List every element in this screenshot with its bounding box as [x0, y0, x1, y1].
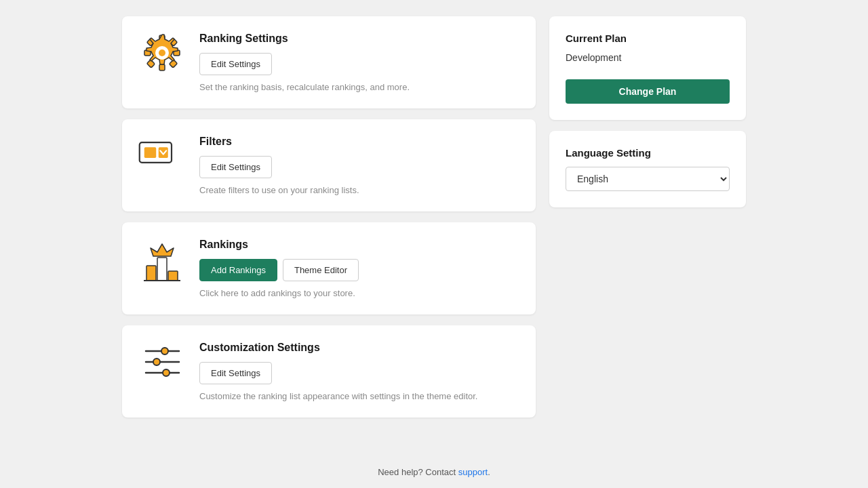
svg-rect-16 [144, 147, 157, 158]
ranking-settings-edit-button[interactable]: Edit Settings [199, 53, 272, 75]
svg-rect-21 [168, 271, 178, 281]
customization-title: Customization Settings [199, 342, 519, 354]
customization-edit-button[interactable]: Edit Settings [199, 362, 272, 384]
left-column: Ranking Settings Edit Settings Set the r… [122, 16, 536, 418]
rankings-icon [138, 239, 186, 286]
filters-icon-container [138, 136, 186, 169]
filters-content: Filters Edit Settings Create filters to … [199, 136, 519, 195]
svg-rect-17 [159, 147, 168, 158]
svg-point-28 [163, 369, 170, 376]
svg-point-26 [161, 348, 168, 354]
change-plan-button[interactable]: Change Plan [566, 79, 730, 104]
support-link[interactable]: support [458, 467, 488, 477]
svg-rect-20 [157, 258, 167, 281]
svg-rect-4 [159, 64, 165, 70]
filters-card: Filters Edit Settings Create filters to … [122, 119, 536, 211]
rankings-btn-group: Add Rankings Theme Editor [199, 259, 519, 281]
ranking-settings-card: Ranking Settings Edit Settings Set the r… [122, 16, 536, 108]
language-select[interactable]: English Spanish French German Japanese [566, 167, 730, 191]
rankings-card: Rankings Add Rankings Theme Editor Click… [122, 222, 536, 314]
customization-description: Customize the ranking list appearance wi… [199, 391, 519, 401]
rankings-icon-container [138, 239, 186, 286]
svg-point-27 [153, 359, 160, 365]
svg-marker-18 [151, 244, 174, 256]
filters-description: Create filters to use on your ranking li… [199, 185, 519, 195]
language-setting-card: Language Setting English Spanish French … [549, 131, 746, 207]
footer: Need help? Contact support. [0, 456, 868, 488]
current-plan-title: Current Plan [566, 33, 730, 44]
ranking-settings-content: Ranking Settings Edit Settings Set the r… [199, 33, 519, 92]
filter-icon [138, 136, 186, 169]
customization-settings-card: Customization Settings Edit Settings Cus… [122, 325, 536, 418]
customization-icon-container [138, 342, 186, 382]
gear-icon [142, 33, 182, 73]
rankings-content: Rankings Add Rankings Theme Editor Click… [199, 239, 519, 298]
customization-content: Customization Settings Edit Settings Cus… [199, 342, 519, 401]
right-column: Current Plan Development Change Plan Lan… [549, 16, 746, 418]
current-plan-card: Current Plan Development Change Plan [549, 16, 746, 120]
svg-rect-19 [146, 266, 156, 281]
language-setting-title: Language Setting [566, 147, 730, 159]
rankings-description: Click here to add rankings to your store… [199, 288, 519, 298]
footer-text: Need help? Contact [378, 467, 458, 477]
add-rankings-button[interactable]: Add Rankings [199, 259, 277, 281]
sliders-icon [140, 342, 184, 382]
ranking-settings-icon [138, 33, 186, 73]
theme-editor-button[interactable]: Theme Editor [283, 259, 359, 281]
filters-title: Filters [199, 136, 519, 148]
ranking-settings-description: Set the ranking basis, recalculate ranki… [199, 82, 519, 92]
svg-point-14 [159, 49, 165, 56]
filters-edit-button[interactable]: Edit Settings [199, 156, 272, 178]
ranking-settings-title: Ranking Settings [199, 33, 519, 45]
plan-name: Development [566, 52, 730, 63]
rankings-title: Rankings [199, 239, 519, 251]
footer-suffix: . [488, 467, 490, 477]
